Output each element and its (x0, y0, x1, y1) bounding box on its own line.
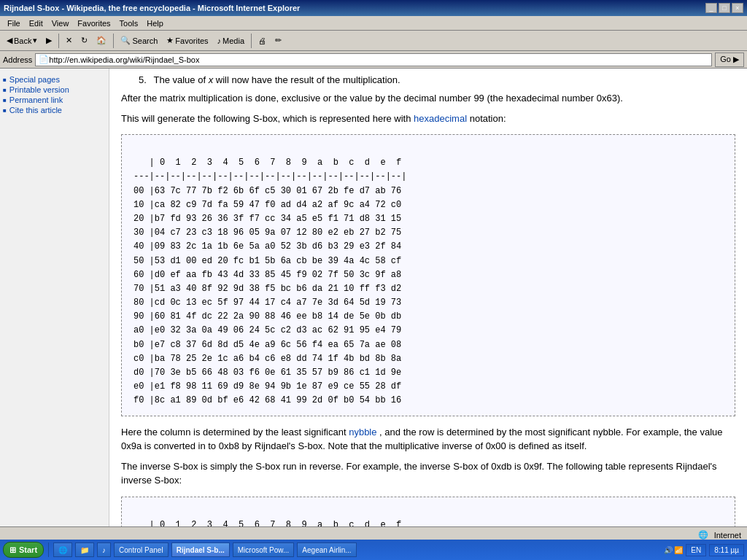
page-icon: 📄 (39, 55, 49, 64)
sidebar-link-cite[interactable]: Cite this article (9, 106, 62, 114)
bullet-icon: ■ (3, 77, 7, 83)
restore-button[interactable]: □ (719, 3, 730, 13)
go-arrow-icon: ▶ (733, 55, 739, 63)
hexadecimal-link[interactable]: hexadecimal (414, 113, 467, 124)
sidebar-item-printable[interactable]: ■ Printable version (3, 85, 106, 95)
bullet-icon: ■ (3, 87, 7, 93)
main-layout: ■ Special pages ■ Printable version ■ Pe… (0, 69, 747, 526)
search-icon: 🔍 (120, 36, 131, 45)
paragraph-inverse: The inverse S-box is simply the S-box ru… (121, 459, 735, 488)
menu-file[interactable]: File (3, 18, 25, 29)
paragraph-sbox-intro: This will generate the following S-box, … (121, 112, 735, 126)
sidebar-item-cite[interactable]: ■ Cite this article (3, 105, 106, 115)
stop-icon: ✕ (66, 36, 72, 45)
print-icon: 🖨 (258, 36, 266, 45)
toolbar-sep-3 (251, 34, 252, 48)
home-icon: 🏠 (96, 36, 107, 45)
step-text: The value of x will now have the result … (153, 74, 400, 85)
menu-bar: File Edit View Favorites Tools Help (0, 16, 747, 31)
sidebar-item-special-pages[interactable]: ■ Special pages (3, 74, 106, 85)
toolbar-sep-2 (113, 34, 114, 48)
step-5: 5. The value of x will now have the resu… (121, 74, 735, 85)
sbox-forward: | 0 1 2 3 4 5 6 7 8 9 a b c d e f ---|--… (121, 134, 735, 416)
star-icon: ★ (166, 36, 174, 45)
minimize-button[interactable]: _ (705, 3, 717, 13)
print-button[interactable]: 🖨 (255, 33, 270, 49)
home-button[interactable]: 🏠 (93, 33, 110, 49)
stop-button[interactable]: ✕ (62, 33, 76, 49)
start-button[interactable]: ⊞ Start (3, 542, 44, 542)
sidebar-link-special-pages[interactable]: Special pages (9, 75, 60, 84)
address-label: Address (3, 55, 32, 64)
sidebar-link-permanent[interactable]: Permanent link (9, 96, 63, 104)
close-button[interactable]: × (732, 3, 743, 13)
toolbar: ◀ Back ▾ ▶ ✕ ↻ 🏠 🔍 Search ★ Favorites ♪ … (0, 31, 747, 51)
url-input[interactable] (49, 55, 708, 64)
forward-icon: ▶ (46, 36, 52, 45)
menu-edit[interactable]: Edit (25, 18, 47, 29)
refresh-button[interactable]: ↻ (77, 33, 91, 49)
window-controls[interactable]: _ □ × (705, 3, 743, 13)
sidebar-item-permanent[interactable]: ■ Permanent link (3, 95, 106, 105)
edit-button[interactable]: ✏ (271, 33, 285, 49)
menu-tools[interactable]: Tools (115, 18, 143, 29)
menu-view[interactable]: View (47, 18, 74, 29)
back-button[interactable]: ◀ Back ▾ (3, 33, 41, 49)
edit-icon: ✏ (275, 36, 282, 45)
chevron-down-icon: ▾ (33, 36, 37, 45)
sidebar-link-printable[interactable]: Printable version (9, 85, 69, 94)
go-label: Go (720, 55, 731, 63)
paragraph-column: Here the column is determined by the lea… (121, 425, 735, 454)
search-button[interactable]: 🔍 Search (117, 33, 161, 49)
forward-button[interactable]: ▶ (42, 33, 55, 49)
address-field[interactable]: 📄 (35, 53, 712, 66)
refresh-icon: ↻ (81, 36, 88, 45)
toolbar-sep-1 (58, 34, 59, 48)
sidebar: ■ Special pages ■ Printable version ■ Pe… (0, 69, 109, 526)
media-button[interactable]: ♪ Media (214, 33, 248, 49)
step-number: 5. (139, 74, 147, 85)
window-title-bar: Rijndael S-box - Wikipedia, the free enc… (0, 0, 747, 16)
content-area: 5. The value of x will now have the resu… (109, 69, 747, 526)
menu-favorites[interactable]: Favorites (73, 18, 115, 29)
address-bar: Address 📄 Go ▶ (0, 51, 747, 69)
media-icon: ♪ (217, 36, 222, 45)
status-zone: Internet (714, 531, 741, 540)
window-title: Rijndael S-box - Wikipedia, the free enc… (4, 4, 300, 12)
back-icon: ◀ (7, 36, 12, 45)
sbox-inverse: | 0 1 2 3 4 5 6 7 8 9 a b c d e f ---|--… (121, 497, 735, 526)
favorites-button[interactable]: ★ Favorites (163, 33, 212, 49)
bullet-icon: ■ (3, 97, 7, 104)
paragraph-matrix: After the matrix multiplication is done,… (121, 91, 735, 106)
status-right: 🌐 Internet (698, 530, 741, 540)
taskbar: ⊞ Start 🌐 📁 ♪ Control Panel Rijndael S-b… (0, 540, 747, 542)
bullet-icon: ■ (3, 107, 7, 114)
globe-icon: 🌐 (698, 530, 708, 540)
menu-help[interactable]: Help (142, 18, 168, 29)
go-button[interactable]: Go ▶ (715, 52, 744, 67)
nybble-link[interactable]: nybble (349, 427, 376, 438)
